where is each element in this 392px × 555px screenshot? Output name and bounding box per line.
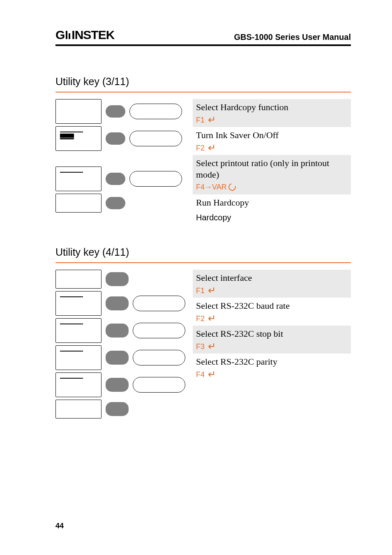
- item-desc: Select printout ratio (only in printout …: [193, 155, 351, 194]
- ink-saver-icon: [60, 134, 74, 138]
- document-title: GBS-1000 Series User Manual: [234, 32, 351, 42]
- brand-bars-icon: [65, 31, 71, 39]
- control-key: F4: [196, 370, 348, 379]
- section1-left-col: [55, 99, 185, 225]
- brand-text-left: G: [55, 28, 65, 42]
- section2-right-col: Select interface F1 Select RS-232C baud …: [193, 270, 351, 419]
- control-label: F2: [196, 143, 205, 153]
- enter-icon: [206, 287, 215, 294]
- enter-icon: [206, 371, 215, 378]
- desc-text: Select RS-232C stop bit: [196, 328, 283, 339]
- desc-text: Run Hardcopy: [196, 197, 249, 208]
- label-slot: [133, 296, 185, 311]
- desc-text: Select RS-232C parity: [196, 356, 277, 367]
- panel-row: [55, 400, 185, 419]
- control-key: F3: [196, 342, 348, 352]
- section2-left-col: [55, 270, 185, 419]
- item-desc: Select RS-232C baud rate F2: [193, 298, 351, 326]
- control-key: F1: [196, 116, 348, 125]
- control-label: F4→VAR: [196, 183, 227, 192]
- control-label: F1: [196, 116, 205, 125]
- fkey-button: [106, 296, 129, 310]
- section-title-utility-3: Utility key (3/11): [55, 76, 351, 92]
- section1-right-col: Select Hardcopy function F1 Turn Ink Sav…: [193, 99, 351, 225]
- control-key: F2: [196, 314, 348, 324]
- control-label: F4: [196, 370, 205, 379]
- slot-divider: [60, 172, 83, 173]
- enter-icon: [206, 315, 215, 322]
- desc-text: Select interface: [196, 273, 252, 283]
- page-number: 44: [55, 522, 64, 530]
- slot-divider: [60, 132, 83, 132]
- panel-row: [55, 345, 185, 370]
- menu-slot: [55, 166, 101, 191]
- label-slot: [133, 350, 185, 365]
- label-slot: [129, 131, 182, 146]
- control-label: F2: [196, 314, 205, 324]
- fkey-button: [106, 132, 125, 145]
- menu-slot: [55, 345, 101, 370]
- panel-row: [55, 372, 185, 397]
- panel-row: [55, 99, 185, 124]
- enter-icon: [206, 144, 215, 152]
- panel-row: [55, 291, 185, 316]
- desc-text: Select RS-232C baud rate: [196, 301, 290, 311]
- section-utility-4: Select interface F1 Select RS-232C baud …: [55, 270, 351, 419]
- item-desc: Select RS-232C parity F4: [193, 354, 351, 382]
- label-slot: [129, 171, 182, 187]
- item-plain: Hardcopy: [193, 210, 351, 225]
- fkey-button: [106, 324, 129, 338]
- item-desc: Select Hardcopy function F1: [193, 99, 351, 127]
- label-slot: [129, 104, 182, 119]
- brand-logo: G INSTEK: [55, 28, 114, 42]
- page: G INSTEK GBS-1000 Series User Manual Uti…: [0, 0, 392, 555]
- enter-icon: [206, 116, 215, 124]
- label-slot: [133, 377, 185, 393]
- brand-text-right: INSTEK: [71, 28, 114, 42]
- control-key: F2: [196, 143, 348, 153]
- panel-row: [55, 318, 185, 343]
- panel-row: [55, 270, 185, 289]
- menu-slot: [55, 99, 101, 124]
- fkey-button: [106, 402, 129, 416]
- fkey-button: [106, 351, 129, 365]
- slot-divider: [60, 378, 83, 379]
- section-title-utility-4: Utility key (4/11): [55, 246, 351, 263]
- fkey-button: [106, 173, 125, 185]
- item-desc: Select RS-232C stop bit F3: [193, 326, 351, 354]
- fkey-button: [106, 378, 129, 392]
- slot-divider: [60, 351, 83, 352]
- control-key: F4→VAR: [196, 183, 348, 192]
- control-key: F1: [196, 286, 348, 296]
- control-label: F3: [196, 342, 205, 352]
- menu-slot: [55, 291, 101, 316]
- panel-row: [55, 126, 185, 151]
- menu-slot-inksaver: [55, 126, 101, 151]
- item-desc: Turn Ink Saver On/Off F2: [193, 127, 351, 155]
- control-label: F1: [196, 286, 205, 296]
- menu-slot: [55, 270, 101, 289]
- panel-row: [55, 194, 185, 213]
- fkey-button: [106, 272, 129, 286]
- desc-text: Turn Ink Saver On/Off: [196, 130, 279, 140]
- menu-slot: [55, 400, 101, 419]
- section-utility-3: Select Hardcopy function F1 Turn Ink Sav…: [55, 99, 351, 225]
- menu-slot: [55, 372, 101, 397]
- slot-divider: [60, 324, 83, 324]
- slot-divider: [60, 296, 83, 297]
- desc-text: Select printout ratio (only in printout …: [196, 158, 329, 180]
- panel-row: [55, 166, 185, 191]
- var-knob-icon: [227, 182, 237, 192]
- menu-slot: [55, 194, 101, 213]
- label-slot: [133, 323, 185, 338]
- item-desc: Select interface F1: [193, 270, 351, 298]
- desc-text: Select Hardcopy function: [196, 102, 288, 112]
- enter-icon: [206, 343, 215, 350]
- item-desc: Run Hardcopy: [193, 194, 351, 211]
- page-header: G INSTEK GBS-1000 Series User Manual: [55, 28, 351, 46]
- fkey-button: [106, 105, 125, 118]
- fkey-button: [106, 197, 125, 209]
- menu-slot: [55, 318, 101, 343]
